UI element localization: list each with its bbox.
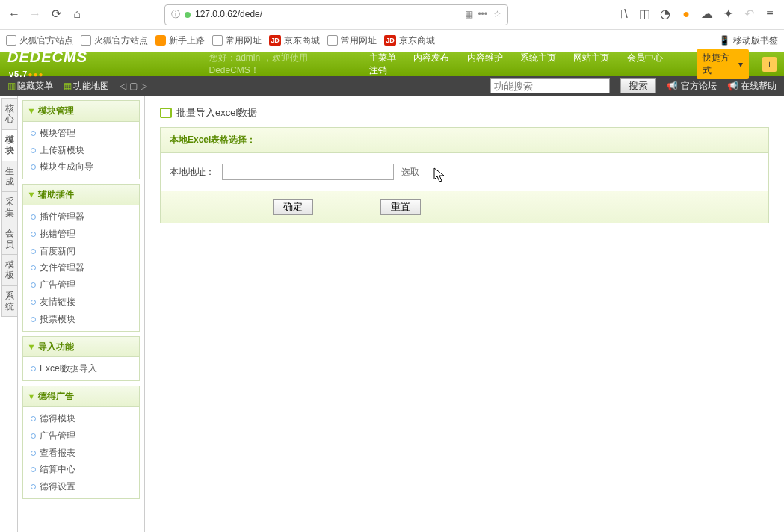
sidebar-icon[interactable]: ◫ — [636, 7, 652, 23]
bookmark-item[interactable]: 火狐官方站点 — [81, 34, 148, 47]
nav-member[interactable]: 会员中心 — [627, 52, 663, 63]
reload-icon[interactable]: ⟳ — [48, 7, 64, 23]
shortcut-button[interactable]: 快捷方式▾ — [697, 49, 749, 79]
nav-maintain[interactable]: 内容维护 — [467, 52, 503, 63]
sidebar-item-ad-manage[interactable]: 广告管理 — [23, 276, 139, 294]
vtab-core[interactable]: 核心 — [1, 98, 17, 130]
bookmark-item[interactable]: JD京东商城 — [269, 34, 320, 47]
panel-header[interactable]: ▾导入功能 — [23, 337, 139, 358]
chevron-down-icon: ▾ — [29, 390, 34, 403]
sidebar-item-errpick[interactable]: 挑错管理 — [23, 226, 139, 243]
sidebar-item-dede-module[interactable]: 德得模块 — [23, 410, 139, 427]
hide-menu-button[interactable]: ▥隐藏菜单 — [7, 80, 53, 93]
submit-button[interactable]: 确定 — [273, 199, 313, 215]
search-button[interactable]: 搜索 — [620, 78, 656, 93]
url-bar[interactable]: ⓘ 127.0.0.62/dede/ ▦ ••• ☆ — [164, 4, 508, 25]
sidebar-item-baidu-news[interactable]: 百度新闻 — [23, 243, 139, 260]
puzzle-icon[interactable]: ✦ — [720, 7, 736, 23]
sidebar-item-dede-report[interactable]: 查看报表 — [23, 445, 139, 462]
sound-icon: 📢 — [667, 81, 678, 91]
star-icon[interactable]: ☆ — [493, 8, 501, 21]
local-path-input[interactable] — [222, 164, 394, 180]
sync-icon[interactable]: ◔ — [657, 7, 673, 23]
folder-icon — [212, 35, 223, 46]
more-icon[interactable]: ••• — [478, 8, 487, 21]
home-icon[interactable]: ⌂ — [69, 7, 85, 23]
favicon-icon — [185, 12, 191, 18]
panel-header[interactable]: ▾德得广告 — [23, 386, 139, 407]
firefox-icon — [155, 35, 166, 46]
vtab-generate[interactable]: 生成 — [1, 161, 17, 193]
sidebar: ▾模块管理 模块管理 上传新模块 模块生成向导 ▾辅助插件 插件管理器 挑错管理… — [18, 96, 145, 532]
bookmark-item[interactable]: 新手上路 — [155, 34, 205, 47]
phone-icon: 📱 — [719, 34, 730, 47]
search-input[interactable] — [490, 78, 610, 93]
bookmark-item[interactable]: 火狐官方站点 — [6, 34, 73, 47]
sound-icon: 📢 — [727, 81, 738, 91]
welcome-text: 您好：admin ，欢迎使用DedeCMS！ — [209, 52, 348, 77]
panel-import: ▾导入功能 Excel数据导入 — [22, 336, 140, 382]
back-icon[interactable]: ← — [6, 7, 22, 23]
grid-icon: ▦ — [64, 81, 72, 91]
panel-header[interactable]: ▾辅助插件 — [23, 185, 139, 205]
import-form: 本地Excel表格选择： 本地地址： 选取 确定 重置 — [160, 127, 769, 223]
sidebar-item-module-manage[interactable]: 模块管理 — [23, 125, 139, 142]
browser-toolbar: ← → ⟳ ⌂ ⓘ 127.0.0.62/dede/ ▦ ••• ☆ ⫴\ ◫ … — [0, 0, 784, 30]
sidebar-item-vote[interactable]: 投票模块 — [23, 311, 139, 328]
sidebar-item-dede-settings[interactable]: 德得设置 — [23, 478, 139, 495]
app-header: DEDECMS v5.7●●● 您好：admin ，欢迎使用DedeCMS！ 主… — [0, 52, 784, 76]
library-icon[interactable]: ⫴\ — [615, 7, 632, 23]
nav-main[interactable]: 主菜单 — [369, 52, 396, 63]
bookmark-item[interactable]: 常用网址 — [212, 34, 262, 47]
form-header: 本地Excel表格选择： — [161, 128, 768, 153]
mobile-bookmarks[interactable]: 📱移动版书签 — [719, 34, 778, 47]
add-shortcut-button[interactable]: + — [762, 57, 777, 72]
sidebar-item-file-manager[interactable]: 文件管理器 — [23, 259, 139, 276]
panel-header[interactable]: ▾模块管理 — [23, 101, 139, 122]
chevron-right-icon[interactable]: ▷ — [141, 80, 147, 93]
url-text: 127.0.0.62/dede/ — [195, 8, 460, 21]
bookmark-item[interactable]: JD京东商城 — [384, 34, 435, 47]
folder-icon — [6, 35, 16, 46]
nav-sitehome[interactable]: 网站主页 — [573, 52, 609, 63]
vtab-module[interactable]: 模块 — [1, 129, 17, 161]
top-nav: 主菜单 内容发布 内容维护 系统主页 网站主页 会员中心 注销 — [362, 52, 683, 77]
chevron-left-icon[interactable]: ◁ — [120, 80, 126, 93]
vtab-system[interactable]: 系统 — [1, 285, 17, 318]
folder-icon — [81, 35, 91, 46]
sidebar-item-dede-ad[interactable]: 广告管理 — [23, 427, 139, 445]
sidebar-item-upload-module[interactable]: 上传新模块 — [23, 142, 139, 159]
vtab-collect[interactable]: 采集 — [1, 191, 17, 223]
reset-button[interactable]: 重置 — [380, 199, 421, 215]
nav-syshome[interactable]: 系统主页 — [520, 52, 556, 63]
info-icon: ⓘ — [171, 8, 180, 21]
sidebar-item-excel-import[interactable]: Excel数据导入 — [23, 360, 139, 377]
sitemap-button[interactable]: ▦功能地图 — [64, 80, 109, 93]
square-icon[interactable]: ▢ — [129, 80, 138, 93]
sidebar-item-plugin-manager[interactable]: 插件管理器 — [23, 208, 139, 226]
panel-module-manage: ▾模块管理 模块管理 上传新模块 模块生成向导 — [22, 100, 140, 179]
vtab-template[interactable]: 模板 — [1, 254, 17, 286]
undo-icon[interactable]: ↶ — [741, 7, 757, 23]
page-title: 批量导入excel数据 — [160, 106, 769, 120]
vertical-tabs: 核心 模块 生成 采集 会员 模板 系统 — [0, 96, 18, 532]
sidebar-item-dede-settle[interactable]: 结算中心 — [23, 461, 139, 478]
nav-publish[interactable]: 内容发布 — [413, 52, 449, 63]
help-link[interactable]: 📢 在线帮助 — [727, 80, 777, 93]
jd-icon: JD — [269, 35, 281, 46]
chat-icon[interactable]: ☁ — [699, 7, 715, 23]
menu-icon[interactable]: ≡ — [762, 7, 778, 23]
sidebar-item-module-wizard[interactable]: 模块生成向导 — [23, 158, 139, 176]
logo: DEDECMS v5.7●●● — [7, 49, 121, 79]
panel-plugins: ▾辅助插件 插件管理器 挑错管理 百度新闻 文件管理器 广告管理 友情链接 投票… — [22, 184, 140, 331]
forum-link[interactable]: 📢 官方论坛 — [667, 80, 716, 93]
nav-logout[interactable]: 注销 — [369, 65, 387, 75]
vtab-member[interactable]: 会员 — [1, 223, 17, 255]
chevron-down-icon: ▾ — [29, 188, 34, 201]
firefox-icon[interactable]: ● — [678, 7, 694, 23]
select-file-link[interactable]: 选取 — [401, 166, 419, 179]
bookmark-item[interactable]: 常用网址 — [327, 34, 377, 47]
sidebar-item-friendlink[interactable]: 友情链接 — [23, 294, 139, 311]
qr-icon[interactable]: ▦ — [465, 8, 472, 21]
folder-icon — [327, 35, 338, 46]
